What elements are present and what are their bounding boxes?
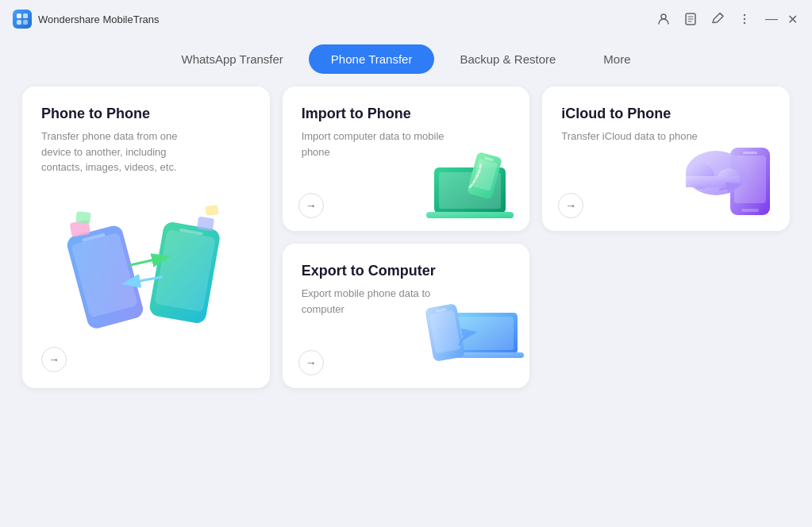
main-content: Phone to Phone Transfer phone data from …	[0, 87, 812, 407]
svg-point-7	[744, 18, 745, 20]
card-phone-to-phone-title: Phone to Phone	[41, 106, 251, 122]
svg-rect-16	[75, 211, 90, 224]
svg-rect-28	[741, 209, 759, 212]
svg-point-8	[744, 22, 745, 24]
import-illustration	[418, 136, 529, 231]
tab-phone-transfer[interactable]: Phone Transfer	[309, 44, 435, 74]
svg-rect-3	[23, 20, 28, 25]
svg-rect-34	[458, 317, 514, 350]
svg-rect-1	[23, 13, 28, 18]
minimize-button[interactable]: —	[764, 12, 779, 26]
card-import-to-phone[interactable]: Import to Phone Import computer data to …	[283, 87, 530, 231]
tab-backup-restore[interactable]: Backup & Restore	[437, 44, 578, 74]
icloud-illustration	[679, 128, 790, 231]
card-icloud-title: iCloud to Phone	[561, 106, 771, 122]
svg-rect-2	[17, 20, 21, 25]
nav-bar: WhatsApp Transfer Phone Transfer Backup …	[0, 38, 812, 87]
svg-rect-18	[205, 205, 218, 215]
card-phone-to-phone-arrow[interactable]: →	[41, 347, 67, 372]
bookmark-icon[interactable]	[683, 12, 698, 26]
card-import-title: Import to Phone	[302, 106, 511, 122]
svg-point-4	[661, 14, 666, 19]
card-phone-to-phone-desc: Transfer phone data from one device to a…	[41, 129, 184, 175]
export-illustration	[410, 285, 529, 388]
card-import-arrow[interactable]: →	[298, 193, 324, 218]
phone-to-phone-illustration	[59, 182, 233, 340]
svg-rect-27	[743, 152, 757, 154]
titlebar-left: Wondershare MobileTrans	[13, 10, 159, 29]
card-icloud-to-phone[interactable]: iCloud to Phone Transfer iCloud data to …	[542, 87, 790, 231]
app-title: Wondershare MobileTrans	[38, 13, 159, 25]
titlebar-right: — ✕	[656, 12, 799, 26]
profile-icon[interactable]	[656, 12, 671, 26]
svg-rect-10	[71, 233, 137, 318]
svg-point-6	[744, 14, 745, 16]
svg-rect-0	[17, 13, 21, 18]
svg-rect-21	[426, 212, 514, 218]
titlebar: Wondershare MobileTrans	[0, 0, 812, 38]
window-controls: — ✕	[764, 12, 799, 26]
card-export-to-computer[interactable]: Export to Computer Export mobile phone d…	[283, 244, 530, 388]
close-button[interactable]: ✕	[785, 12, 799, 26]
card-export-arrow[interactable]: →	[298, 350, 324, 375]
menu-icon[interactable]	[737, 12, 752, 26]
edit-icon[interactable]	[710, 12, 725, 26]
tab-whatsapp-transfer[interactable]: WhatsApp Transfer	[159, 44, 305, 74]
app-icon	[13, 10, 32, 29]
card-export-title: Export to Computer	[302, 263, 511, 279]
svg-rect-17	[197, 217, 214, 232]
card-icloud-arrow[interactable]: →	[558, 193, 583, 218]
tab-more[interactable]: More	[581, 44, 652, 74]
card-phone-to-phone[interactable]: Phone to Phone Transfer phone data from …	[22, 87, 270, 388]
